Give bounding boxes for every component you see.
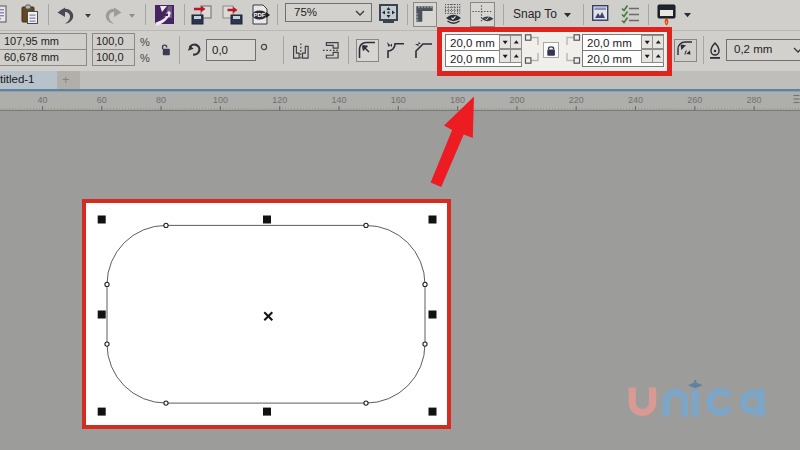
svg-text:200: 200: [509, 95, 524, 105]
svg-text:280: 280: [747, 95, 762, 105]
svg-text:60: 60: [97, 95, 107, 105]
svg-text:220: 220: [569, 95, 584, 105]
svg-text:140: 140: [331, 95, 346, 105]
svg-text:240: 240: [628, 95, 643, 105]
svg-text:40: 40: [37, 95, 47, 105]
svg-text:100: 100: [213, 95, 228, 105]
svg-text:80: 80: [156, 95, 166, 105]
svg-text:120: 120: [272, 95, 287, 105]
svg-text:260: 260: [687, 95, 702, 105]
svg-text:PDF: PDF: [254, 12, 266, 18]
svg-text:160: 160: [391, 95, 406, 105]
